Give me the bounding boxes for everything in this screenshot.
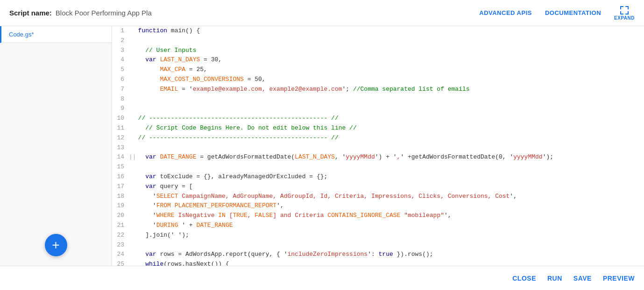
line-gutter (129, 260, 136, 266)
line-number: 21 (112, 221, 129, 231)
table-row: 16 var toExclude = {}, alreadyManagedOrE… (112, 172, 644, 182)
documentation-link[interactable]: DOCUMENTATION (545, 9, 601, 16)
line-gutter (129, 75, 136, 85)
line-gutter (129, 104, 136, 114)
line-number: 7 (112, 85, 129, 94)
code-table: 1function main() {23 // User Inputs4 var… (112, 26, 644, 266)
table-row: 23 (112, 240, 644, 250)
table-row: 4 var LAST_N_DAYS = 30, (112, 55, 644, 65)
line-gutter (129, 231, 136, 240)
line-content: function main() { (136, 26, 644, 36)
line-content: // -------------------------------------… (136, 133, 644, 143)
footer: CLOSE RUN SAVE PREVIEW (0, 266, 644, 290)
line-gutter (129, 240, 136, 250)
line-gutter (129, 182, 136, 192)
line-gutter (129, 201, 136, 211)
save-button[interactable]: SAVE (573, 275, 592, 282)
table-row: 15 (112, 162, 644, 172)
table-row: 11 // Script Code Begins Here. Do not ed… (112, 123, 644, 133)
line-number: 16 (112, 172, 129, 182)
table-row: 2 (112, 36, 644, 46)
line-content (136, 104, 644, 114)
line-content: var DATE_RANGE = getAdWordsFormattedDate… (136, 152, 644, 162)
table-row: 6 MAX_COST_NO_CONVERSIONS = 50, (112, 75, 644, 85)
preview-button[interactable]: PREVIEW (603, 275, 635, 282)
table-row: 20 'WHERE IsNegative IN [TRUE, FALSE] an… (112, 211, 644, 221)
table-row: 18 'SELECT CampaignName, AdGroupName, Ad… (112, 192, 644, 202)
line-content (136, 143, 644, 153)
line-content (136, 162, 644, 172)
line-number: 19 (112, 201, 129, 211)
line-number: 20 (112, 211, 129, 221)
line-content: ].join(' '); (136, 231, 644, 240)
line-content: var toExclude = {}, alreadyManagedOrExcl… (136, 172, 644, 182)
line-content: // User Inputs (136, 46, 644, 56)
line-number: 1 (112, 26, 129, 36)
table-row: 24 var rows = AdWordsApp.report(query, {… (112, 250, 644, 260)
line-number: 8 (112, 94, 129, 104)
line-gutter: || (129, 152, 136, 162)
line-number: 12 (112, 133, 129, 143)
line-content (136, 240, 644, 250)
table-row: 12// -----------------------------------… (112, 133, 644, 143)
run-button[interactable]: RUN (547, 275, 562, 282)
line-content (136, 36, 644, 46)
main-area: Code.gs* + 1function main() {23 // User … (0, 26, 644, 266)
line-number: 5 (112, 65, 129, 75)
table-row: 22 ].join(' '); (112, 231, 644, 240)
line-number: 3 (112, 46, 129, 56)
line-gutter (129, 211, 136, 221)
table-row: 3 // User Inputs (112, 46, 644, 56)
line-gutter (129, 250, 136, 260)
line-number: 25 (112, 260, 129, 266)
sidebar-file-item[interactable]: Code.gs* (0, 26, 112, 43)
table-row: 9 (112, 104, 644, 114)
line-number: 15 (112, 162, 129, 172)
line-content: while(rows.hasNext()) { (136, 260, 644, 266)
script-name-value: Block Poor Performing App Pla (56, 9, 152, 17)
line-gutter (129, 143, 136, 153)
header: Script name: Block Poor Performing App P… (0, 0, 644, 26)
table-row: 8 (112, 94, 644, 104)
line-number: 2 (112, 36, 129, 46)
line-content (136, 94, 644, 104)
line-gutter (129, 94, 136, 104)
code-editor[interactable]: 1function main() {23 // User Inputs4 var… (112, 26, 644, 266)
table-row: 13 (112, 143, 644, 153)
add-file-button[interactable]: + (45, 234, 67, 256)
table-row: 21 'DURING ' + DATE_RANGE (112, 221, 644, 231)
line-gutter (129, 172, 136, 182)
line-gutter (129, 123, 136, 133)
line-content: MAX_CPA = 25, (136, 65, 644, 75)
line-number: 24 (112, 250, 129, 260)
sidebar-file-name: Code.gs* (9, 31, 34, 38)
expand-label: EXPAND (614, 15, 635, 21)
line-content: EMAIL = 'example@example.com, example2@e… (136, 85, 644, 94)
table-row: 10// -----------------------------------… (112, 114, 644, 123)
line-content: var LAST_N_DAYS = 30, (136, 55, 644, 65)
line-number: 6 (112, 75, 129, 85)
sidebar: Code.gs* + (0, 26, 112, 266)
header-left: Script name: Block Poor Performing App P… (9, 9, 152, 17)
line-number: 17 (112, 182, 129, 192)
line-gutter (129, 55, 136, 65)
header-right: ADVANCED APIS DOCUMENTATION EXPAND (479, 6, 635, 21)
table-row: 7 EMAIL = 'example@example.com, example2… (112, 85, 644, 94)
line-gutter (129, 36, 136, 46)
line-number: 22 (112, 231, 129, 240)
expand-button[interactable]: EXPAND (614, 6, 635, 21)
line-gutter (129, 133, 136, 143)
table-row: 5 MAX_CPA = 25, (112, 65, 644, 75)
line-gutter (129, 26, 136, 36)
expand-icon (620, 6, 629, 15)
line-content: 'DURING ' + DATE_RANGE (136, 221, 644, 231)
line-gutter (129, 221, 136, 231)
line-content: 'WHERE IsNegative IN [TRUE, FALSE] and C… (136, 211, 644, 221)
close-button[interactable]: CLOSE (512, 275, 536, 282)
line-number: 18 (112, 192, 129, 202)
advanced-apis-link[interactable]: ADVANCED APIS (479, 9, 532, 16)
line-number: 10 (112, 114, 129, 123)
line-content: MAX_COST_NO_CONVERSIONS = 50, (136, 75, 644, 85)
line-content: 'FROM PLACEMENT_PERFORMANCE_REPORT', (136, 201, 644, 211)
table-row: 25 while(rows.hasNext()) { (112, 260, 644, 266)
